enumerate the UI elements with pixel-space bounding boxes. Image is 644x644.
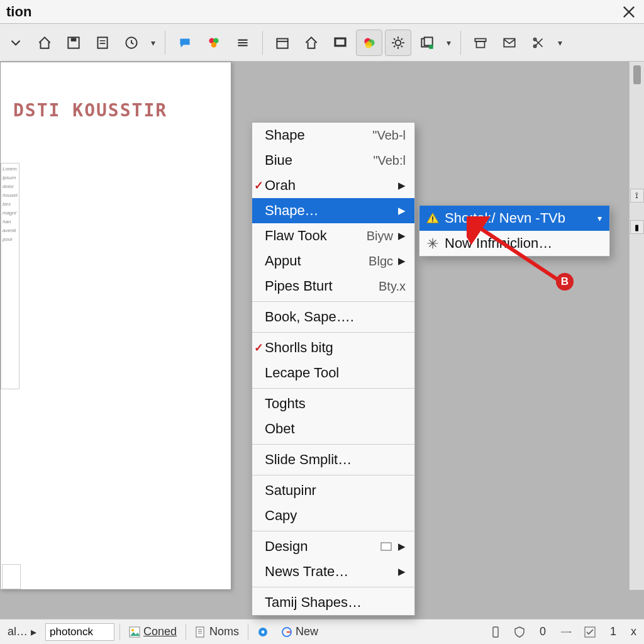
svg-point-6: [211, 42, 217, 47]
stack-button[interactable]: [414, 30, 440, 56]
svg-point-13: [396, 40, 401, 45]
home-button[interactable]: [31, 30, 58, 56]
menu-item-obet[interactable]: Obet: [252, 416, 414, 441]
card-icon: [380, 538, 393, 555]
chat-button[interactable]: [172, 30, 198, 56]
vertical-scrollbar[interactable]: ⟟ ▮: [629, 62, 644, 590]
window-close-button[interactable]: [620, 3, 638, 21]
extensions-button[interactable]: [201, 30, 227, 56]
menu-separator: [252, 531, 414, 531]
menu-item-orah[interactable]: Orah▶: [252, 173, 414, 198]
status-noms[interactable]: Noms: [191, 624, 243, 640]
status-phone[interactable]: [486, 625, 505, 639]
page-heading: DSTI KOUSSTIR: [13, 100, 167, 121]
status-badge[interactable]: [510, 625, 529, 639]
outline-home-button[interactable]: [298, 30, 325, 56]
status-new[interactable]: New: [277, 624, 322, 640]
status-left-label[interactable]: al…▸: [4, 624, 40, 640]
sparkle-icon: [426, 236, 440, 250]
scrollbar-thumb[interactable]: [633, 65, 641, 84]
cut-button[interactable]: [525, 30, 552, 56]
menu-separator: [252, 388, 414, 389]
menu-item-capy[interactable]: Capy: [252, 503, 414, 528]
context-submenu: Sho:tel:/ Nevn -TVb ▾ Now Infriniclion…: [419, 205, 610, 257]
save-button[interactable]: [60, 30, 87, 56]
menu-item-biue[interactable]: Biue"Veb:l: [252, 148, 414, 173]
canvas-area[interactable]: DSTI KOUSSTIR Lorem ipsum dolor houset b…: [0, 62, 644, 619]
svg-rect-22: [381, 543, 391, 550]
status-line[interactable]: [557, 625, 575, 639]
svg-rect-18: [477, 41, 485, 47]
side-tool-button-1[interactable]: ⟟: [630, 189, 644, 203]
menu-item-shape[interactable]: Shape"Veb-l: [252, 123, 414, 148]
svg-point-27: [131, 629, 134, 631]
menu-item-news-trate[interactable]: News Trate…▶: [252, 559, 414, 584]
shield-icon: [514, 626, 525, 638]
dropdown-arrow-icon: ▾: [597, 213, 602, 223]
menu-item-toghts[interactable]: Toghts: [252, 391, 414, 416]
status-search-input[interactable]: [45, 623, 114, 641]
document-page[interactable]: DSTI KOUSSTIR Lorem ipsum dolor houset b…: [0, 62, 231, 590]
calendar-button[interactable]: [269, 30, 296, 56]
chat-icon: [177, 35, 193, 51]
status-page: 1: [604, 624, 622, 640]
menu-item-book-sape[interactable]: Book, Sape….: [252, 304, 414, 330]
menu-item-slide-split[interactable]: Slide Smplit…: [252, 447, 414, 472]
svg-rect-32: [493, 627, 498, 637]
settings-button[interactable]: [385, 30, 411, 56]
svg-point-12: [365, 41, 372, 48]
sheet-icon: [94, 35, 111, 51]
statusbar: al…▸ Coned Noms New 0 1 x: [0, 619, 644, 644]
menu-item-shape-ellipsis[interactable]: Shape…▶: [252, 198, 414, 223]
menu-separator: [252, 301, 414, 302]
svg-rect-9: [336, 39, 345, 45]
context-menu: Shape"Veb-l Biue"Veb:l Orah▶ Shape…▶ Fla…: [252, 122, 415, 616]
home-outline-icon: [303, 35, 319, 51]
submenu-arrow-icon: ▶: [398, 566, 406, 577]
stack-dropdown[interactable]: ▾: [443, 38, 454, 48]
menu-item-pipes[interactable]: Pipes BturtBty.x: [252, 274, 414, 299]
menu-item-satupinr[interactable]: Satupinr: [252, 478, 414, 503]
menu-separator: [252, 444, 414, 445]
warning-icon: [426, 211, 440, 225]
display-button[interactable]: [327, 30, 353, 56]
status-gear[interactable]: [253, 625, 272, 639]
home-icon: [36, 35, 53, 51]
separator: [460, 31, 461, 55]
submenu-item-shotel[interactable]: Sho:tel:/ Nevn -TVb ▾: [419, 206, 609, 231]
envelope-icon: [501, 35, 518, 51]
archive-icon: [472, 35, 489, 51]
menu-item-design[interactable]: Design▶: [252, 534, 414, 559]
menu-item-apput[interactable]: ApputBlgc▶: [252, 248, 414, 274]
annotation-badge: B: [556, 273, 574, 291]
archive-button[interactable]: [467, 30, 494, 56]
scissors-icon: [530, 35, 547, 51]
history-button[interactable]: [118, 30, 145, 56]
svg-rect-28: [196, 627, 204, 637]
cut-dropdown[interactable]: ▾: [554, 38, 565, 48]
list-button[interactable]: [230, 30, 256, 56]
status-coned[interactable]: Coned: [125, 624, 180, 640]
menu-item-flaw-took[interactable]: Flaw TookBiyw▶: [252, 223, 414, 248]
stack-icon: [419, 35, 435, 51]
window-title: tion: [6, 4, 31, 20]
side-tool-button-2[interactable]: ▮: [630, 220, 644, 234]
status-close[interactable]: x: [627, 624, 640, 640]
separator: [248, 624, 248, 640]
menu-item-tamij-shapes[interactable]: Tamij Shapes…: [252, 590, 414, 615]
menu-separator: [252, 332, 414, 333]
list-icon: [235, 35, 251, 51]
menu-separator: [252, 587, 414, 587]
open-dropdown-button[interactable]: [3, 30, 29, 56]
page-textblock-2: [2, 564, 21, 589]
submenu-item-now-infriniclion[interactable]: Now Infriniclion…: [419, 231, 609, 256]
mail-button[interactable]: [496, 30, 523, 56]
menu-item-lecape[interactable]: Lecape Tool: [252, 360, 414, 386]
color-button[interactable]: [356, 30, 382, 56]
picture-icon: [129, 626, 140, 638]
menu-item-shorlls[interactable]: Shorlls bitg: [252, 335, 414, 360]
sheet-button[interactable]: [89, 30, 116, 56]
history-dropdown[interactable]: ▾: [147, 38, 158, 48]
status-check[interactable]: [580, 625, 599, 639]
google-g-icon: [281, 626, 292, 638]
